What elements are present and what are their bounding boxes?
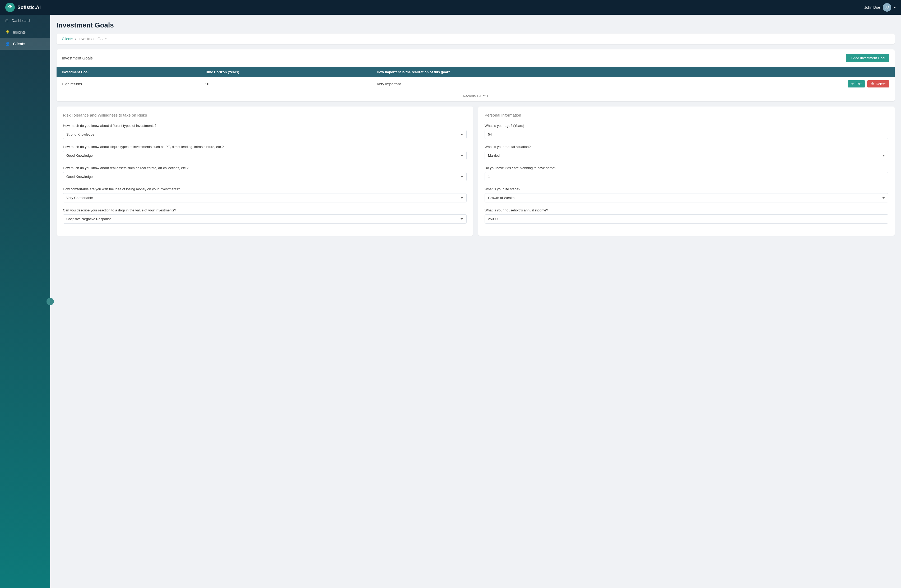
cell-actions: ✏ Edit 🗑 Delete <box>694 77 895 91</box>
row-actions: ✏ Edit 🗑 Delete <box>699 80 889 87</box>
edit-icon: ✏ <box>851 82 854 86</box>
sidebar-item-label: Dashboard <box>12 19 30 23</box>
personal-info-card: Personal Information What is your age? (… <box>478 106 895 236</box>
investment-goals-table-wrap: Investment Goal Time Horizon (Years) How… <box>56 67 895 101</box>
table-body: High returns 10 Very Important ✏ Edit <box>56 77 895 91</box>
income-label: What is your household's annual income? <box>485 208 888 212</box>
risk-tolerance-title: Risk Tolerance and Willingness to take o… <box>63 113 467 117</box>
chevron-down-icon: ▾ <box>894 5 896 9</box>
col-header-actions <box>694 67 895 77</box>
col-header-goal: Investment Goal <box>56 67 200 77</box>
breadcrumb-root-link[interactable]: Clients <box>62 37 73 41</box>
risk-q1-label: How much do you know about different typ… <box>63 124 467 128</box>
two-col-section: Risk Tolerance and Willingness to take o… <box>56 106 895 236</box>
user-menu[interactable]: John Doe JD ▾ <box>864 3 896 12</box>
age-group: What is your age? (Years) <box>485 124 888 139</box>
risk-q2-label: How much do you know about illiquid type… <box>63 145 467 149</box>
life-stage-label: What is your life stage? <box>485 187 888 191</box>
investment-goals-table: Investment Goal Time Horizon (Years) How… <box>56 67 895 91</box>
sidebar-item-insights[interactable]: 💡 Insights <box>0 27 50 38</box>
risk-q5-group: Can you describe your reaction to a drop… <box>63 208 467 223</box>
personal-info-title: Personal Information <box>485 113 888 117</box>
risk-q1-select[interactable]: Strong Knowledge Good Knowledge Basic Kn… <box>63 130 467 139</box>
avatar: JD <box>883 3 891 12</box>
investment-goals-header: Investment Goals + Add Investment Goal <box>56 50 895 67</box>
cell-time-horizon: 10 <box>200 77 371 91</box>
table-row: High returns 10 Very Important ✏ Edit <box>56 77 895 91</box>
page-title: Investment Goals <box>56 21 895 29</box>
delete-button[interactable]: 🗑 Delete <box>867 80 889 87</box>
delete-label: Delete <box>876 82 886 86</box>
life-stage-select[interactable]: Growth of Wealth Wealth Accumulation Cap… <box>485 193 888 203</box>
risk-q4-group: How comfortable are you with the idea of… <box>63 187 467 203</box>
marital-select[interactable]: Married Single Divorced Widowed <box>485 151 888 160</box>
age-input[interactable] <box>485 130 888 139</box>
breadcrumb-separator: / <box>75 37 76 41</box>
app-logo: Sofistic.AI <box>5 3 41 12</box>
cell-goal: High returns <box>56 77 200 91</box>
marital-label: What is your marital situation? <box>485 145 888 149</box>
sidebar-item-label: Clients <box>13 42 25 46</box>
sidebar-item-dashboard[interactable]: ⊞ Dashboard <box>0 15 50 27</box>
risk-q2-group: How much do you know about illiquid type… <box>63 145 467 160</box>
insights-icon: 💡 <box>5 30 10 34</box>
logo-icon <box>5 3 15 12</box>
risk-q3-label: How much do you know about real assets s… <box>63 166 467 170</box>
risk-q2-select[interactable]: Good Knowledge Strong Knowledge Basic Kn… <box>63 151 467 160</box>
col-header-importance: How important is the realization of this… <box>371 67 694 77</box>
risk-q5-label: Can you describe your reaction to a drop… <box>63 208 467 212</box>
dashboard-icon: ⊞ <box>5 19 8 23</box>
add-investment-goal-button[interactable]: + Add Investment Goal <box>846 54 889 62</box>
user-name: John Doe <box>864 5 880 9</box>
edit-button[interactable]: ✏ Edit <box>848 80 865 87</box>
age-label: What is your age? (Years) <box>485 124 888 128</box>
risk-q5-select[interactable]: Cognitive Negative Response Emotional Ne… <box>63 214 467 223</box>
clients-icon: 👤 <box>5 42 10 46</box>
life-stage-group: What is your life stage? Growth of Wealt… <box>485 187 888 203</box>
app-name: Sofistic.AI <box>17 5 41 10</box>
edit-label: Edit <box>856 82 861 86</box>
sidebar-item-label: Insights <box>13 30 26 34</box>
kids-group: Do you have kids / are planning to have … <box>485 166 888 181</box>
breadcrumb: Clients / Investment Goals <box>56 34 895 44</box>
top-navigation: Sofistic.AI John Doe JD ▾ <box>0 0 901 15</box>
income-group: What is your household's annual income? <box>485 208 888 223</box>
risk-q3-select[interactable]: Good Knowledge Strong Knowledge Basic Kn… <box>63 172 467 181</box>
risk-q4-label: How comfortable are you with the idea of… <box>63 187 467 191</box>
cell-importance: Very Important <box>371 77 694 91</box>
table-footer: Records 1-1 of 1 <box>56 91 895 101</box>
risk-q4-select[interactable]: Very Comfortable Comfortable Somewhat Co… <box>63 193 467 203</box>
investment-goals-card: Investment Goals + Add Investment Goal I… <box>56 50 895 101</box>
kids-label: Do you have kids / are planning to have … <box>485 166 888 170</box>
table-header: Investment Goal Time Horizon (Years) How… <box>56 67 895 77</box>
sidebar-toggle-button[interactable]: ‹ <box>47 298 54 305</box>
investment-goals-card-title: Investment Goals <box>62 56 93 60</box>
breadcrumb-current: Investment Goals <box>78 37 107 41</box>
marital-group: What is your marital situation? Married … <box>485 145 888 160</box>
risk-q3-group: How much do you know about real assets s… <box>63 166 467 181</box>
col-header-time: Time Horizon (Years) <box>200 67 371 77</box>
chevron-left-icon: ‹ <box>50 300 51 303</box>
trash-icon: 🗑 <box>871 82 874 86</box>
risk-tolerance-card: Risk Tolerance and Willingness to take o… <box>56 106 473 236</box>
kids-input[interactable] <box>485 172 888 181</box>
sidebar: ⊞ Dashboard 💡 Insights 👤 Clients ‹ <box>0 15 50 588</box>
main-content: Investment Goals Clients / Investment Go… <box>50 15 901 588</box>
risk-q1-group: How much do you know about different typ… <box>63 124 467 139</box>
income-input[interactable] <box>485 214 888 223</box>
sidebar-item-clients[interactable]: 👤 Clients <box>0 38 50 50</box>
